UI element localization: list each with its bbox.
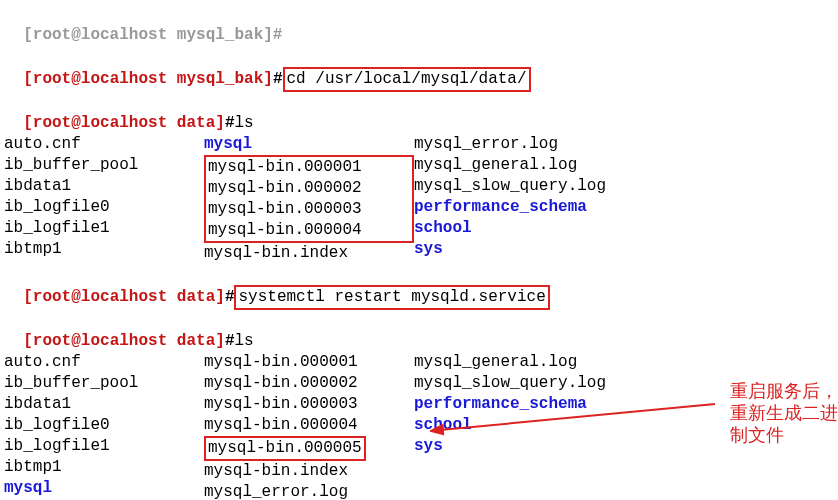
prompt-line-restart: [root@localhost data]#systemctl restart … [4,264,838,310]
file-entry: mysql-bin.index [204,462,348,480]
new-binlog-box: mysql-bin.000005 [204,436,366,461]
file-entry: mysql-bin.000002 [204,374,358,392]
cmd-restart-box: systemctl restart mysqld.service [234,285,549,310]
file-entry: mysql-bin.index [204,244,348,262]
file-entry: ib_logfile1 [4,437,110,455]
dir-entry: mysql [4,479,52,497]
binlog-box-1: mysql-bin.000001mysql-bin.000002mysql-bi… [204,155,414,243]
ls2-output: auto.cnfib_buffer_poolibdata1ib_logfile0… [4,352,674,500]
dir-entry: sys [414,240,443,258]
cmd-restart[interactable]: systemctl restart mysqld.service [238,288,545,306]
file-entry: mysql_general.log [414,156,577,174]
file-entry: ibtmp1 [4,458,62,476]
prompt-line-cd: [root@localhost mysql_bak]#cd /usr/local… [4,46,838,92]
dir-entry: mysql [204,135,252,153]
cmd-ls2[interactable]: ls [234,332,253,350]
file-entry: mysql-bin.000002 [208,179,362,197]
prompt-line-ls1: [root@localhost data]#ls [4,92,838,134]
file-entry: mysql-bin.000001 [208,158,362,176]
file-entry: auto.cnf [4,353,81,371]
prompt-line-ls2: [root@localhost data]#ls [4,310,838,352]
file-entry: mysql_error.log [414,135,558,153]
cmd-cd[interactable]: cd /usr/local/mysql/data/ [287,70,527,88]
dir-entry: sys [414,437,443,455]
prompt-line-cut: [root@localhost mysql_bak]# [4,4,838,46]
file-entry: mysql_slow_query.log [414,374,606,392]
file-entry: ibdata1 [4,395,71,413]
file-entry: ib_logfile0 [4,198,110,216]
file-entry: ibtmp1 [4,240,62,258]
cmd-ls1[interactable]: ls [234,114,253,132]
dir-entry: performance_schema [414,198,587,216]
file-entry: mysql-bin.000001 [204,353,358,371]
file-entry: ib_logfile1 [4,219,110,237]
dir-entry: performance_schema [414,395,587,413]
annotation-text: 重启服务后，重新生成二进制文件 [730,380,838,446]
dir-entry: school [414,416,472,434]
file-entry: mysql-bin.000004 [204,416,358,434]
dir-entry: school [414,219,472,237]
file-entry: mysql-bin.000005 [208,439,362,457]
file-entry: ibdata1 [4,177,71,195]
file-entry: mysql_slow_query.log [414,177,606,195]
file-entry: mysql-bin.000003 [204,395,358,413]
file-entry: mysql-bin.000003 [208,200,362,218]
file-entry: ib_logfile0 [4,416,110,434]
file-entry: auto.cnf [4,135,81,153]
file-entry: mysql_general.log [414,353,577,371]
ls1-output: auto.cnfib_buffer_poolibdata1ib_logfile0… [4,134,674,264]
file-entry: ib_buffer_pool [4,156,138,174]
file-entry: mysql-bin.000004 [208,221,362,239]
cmd-cd-box: cd /usr/local/mysql/data/ [283,67,531,92]
file-entry: ib_buffer_pool [4,374,138,392]
file-entry: mysql_error.log [204,483,348,500]
